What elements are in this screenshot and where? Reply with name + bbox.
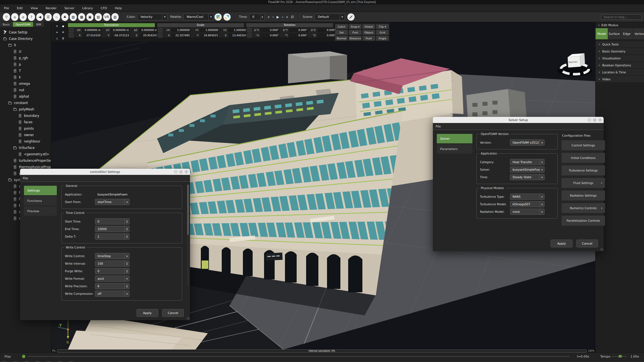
menu-item[interactable]: Render	[42, 6, 60, 10]
photo-icon[interactable]: ▣	[86, 13, 94, 21]
field-control-arrows-icon[interactable]	[125, 268, 129, 274]
snap-tool-button[interactable]: Normal	[335, 36, 348, 41]
field-control[interactable]: OpenFOAM v2512	[510, 139, 545, 146]
config-file-button[interactable]: Control Settings	[562, 140, 605, 150]
tree-item[interactable]: <geometry.stl>	[0, 151, 51, 157]
file-menu[interactable]: File	[436, 125, 441, 128]
snap-tool-button[interactable]: Grid	[376, 30, 389, 35]
funnel-icon[interactable]: ▽	[3, 13, 10, 21]
rotation-abs-checkbox[interactable]	[247, 33, 252, 38]
tower-icon[interactable]: ▥	[111, 13, 119, 21]
collapsed-section[interactable]: Basic Geometry	[596, 48, 644, 54]
menu-item[interactable]: View	[27, 6, 42, 10]
tree-item[interactable]: turbulenceProperties	[0, 157, 51, 164]
transform-field[interactable]: 0.000°	[289, 33, 308, 38]
menu-item[interactable]: File	[0, 6, 13, 10]
vr-icon[interactable]: VR	[103, 13, 110, 21]
field-control-arrows-icon[interactable]	[540, 209, 544, 214]
transform-field[interactable]: 0.000°	[317, 33, 337, 38]
config-file-button[interactable]: Turbulence Settings	[562, 165, 605, 175]
house-wire-icon[interactable]: ⌂	[19, 13, 27, 21]
menu-item[interactable]: Edit	[13, 6, 26, 10]
color-select[interactable]: Velocity ▼	[137, 14, 167, 20]
tree-item[interactable]: alphat	[0, 93, 51, 100]
collapsed-section[interactable]: Boolean Operations	[596, 62, 644, 68]
rotation-lock-checkbox[interactable]	[247, 28, 252, 32]
field-control-arrows-icon[interactable]	[125, 199, 129, 205]
scale-lock-checkbox[interactable]	[158, 28, 162, 32]
collapsed-section[interactable]: Quick Tools	[596, 41, 644, 47]
config-file-button[interactable]: Radiation Settings	[562, 190, 605, 201]
field-control[interactable]: 6	[95, 283, 130, 289]
transform-field[interactable]: 1.000000	[200, 28, 219, 32]
transform-field[interactable]: 0.000°	[260, 33, 280, 38]
tree-item[interactable]: triSurface	[0, 144, 51, 151]
minimize-button[interactable]: –	[587, 118, 591, 122]
snap-tool-button[interactable]: Set	[335, 30, 348, 35]
tree-mode-tab[interactable]: Basic	[0, 22, 13, 27]
snap-tool-button[interactable]: Distance	[349, 36, 362, 41]
house-icon[interactable]: ⌂	[11, 13, 18, 21]
collapsed-section[interactable]: Location & Time	[596, 69, 644, 75]
play-icon[interactable]: ▶	[277, 15, 279, 19]
scene-edit-icon[interactable]	[347, 13, 355, 21]
timeline-slider[interactable]	[28, 356, 570, 357]
dialog-tab[interactable]: Settings	[24, 186, 57, 195]
scene-select[interactable]: Default ▼	[315, 14, 345, 20]
palette-select[interactable]: Warm/Cool ▼	[184, 14, 214, 20]
transform-field[interactable]: 0.000000 m	[139, 28, 158, 32]
field-control-arrows-icon[interactable]	[125, 261, 129, 266]
tree-mode-tab[interactable]: OpenFOAM	[13, 22, 33, 27]
snap-tool-button[interactable]: Clip ▾	[376, 24, 389, 29]
palette-cube-icon[interactable]	[214, 13, 222, 21]
edit-mode-tab[interactable]: Vertex	[633, 28, 644, 39]
tree-item[interactable]: boundary	[0, 112, 51, 119]
drag-handle[interactable]	[52, 23, 53, 40]
apply-button[interactable]: Apply	[136, 309, 158, 317]
tree-mode-tab[interactable]: BIM	[33, 22, 44, 27]
field-control[interactable]: Heat Transfer	[510, 159, 545, 165]
transform-field[interactable]: 37.014320 m	[82, 33, 102, 38]
field-control[interactable]: kOmegaSST	[510, 201, 545, 207]
field-control-arrows-icon[interactable]	[540, 140, 544, 145]
field-control[interactable]: 1	[95, 233, 130, 240]
menu-item[interactable]: Server	[60, 6, 78, 10]
close-button[interactable]: ×	[598, 118, 602, 122]
menu-item[interactable]: CFD	[97, 6, 111, 10]
dialog-tab[interactable]: Preview	[24, 206, 57, 216]
cancel-button[interactable]: Cancel	[162, 309, 184, 317]
snap-tool-button[interactable]: Object	[362, 30, 375, 35]
tree-item[interactable]: p_rgh	[0, 55, 51, 61]
field-control[interactable]: Steady State	[510, 174, 545, 180]
field-control[interactable]: off	[95, 291, 130, 297]
step-forward-icon[interactable]: ›	[282, 15, 283, 19]
field-control[interactable]: buoyantSimpleFoam	[95, 191, 130, 197]
field-control[interactable]: timeStep	[95, 253, 130, 259]
transform-field[interactable]: 16.893021 m	[200, 33, 219, 38]
transform-field[interactable]: 22.357485 m	[171, 33, 191, 38]
field-control[interactable]: 100	[95, 260, 130, 267]
config-file-button[interactable]: Fluid Settings	[562, 178, 605, 188]
field-control-arrows-icon[interactable]	[125, 291, 129, 296]
tree-item[interactable]: polyMesh	[0, 106, 51, 112]
menu-item[interactable]: Help	[111, 6, 126, 10]
tree-item[interactable]: omega	[0, 80, 51, 87]
edit-mode-tab[interactable]: Model	[596, 28, 608, 39]
flow-tool-icon[interactable]: ≈	[54, 30, 60, 35]
scrollbar-thumb[interactable]	[187, 185, 189, 235]
dialog-title-bar[interactable]: controlDict Settings – □ ×	[20, 169, 190, 175]
sun-tool-icon[interactable]: ☀	[60, 30, 66, 35]
help-search-input[interactable]	[601, 14, 642, 20]
tree-item[interactable]: neighbour	[0, 138, 51, 144]
field-control[interactable]: none	[510, 209, 545, 215]
person-tool-icon[interactable]: ♀	[60, 36, 66, 41]
transform-field[interactable]: 0.000°	[260, 28, 280, 32]
field-control-arrows-icon[interactable]	[540, 201, 544, 207]
road-icon[interactable]: ▨	[70, 13, 77, 21]
tree-item[interactable]: p	[0, 61, 51, 67]
field-control-arrows-icon[interactable]	[125, 283, 129, 289]
field-control-arrows-icon[interactable]	[540, 159, 544, 165]
tree-item[interactable]: nut	[0, 87, 51, 93]
timeline-slider-knob[interactable]	[22, 355, 25, 358]
field-control[interactable]: 10000	[95, 226, 130, 232]
